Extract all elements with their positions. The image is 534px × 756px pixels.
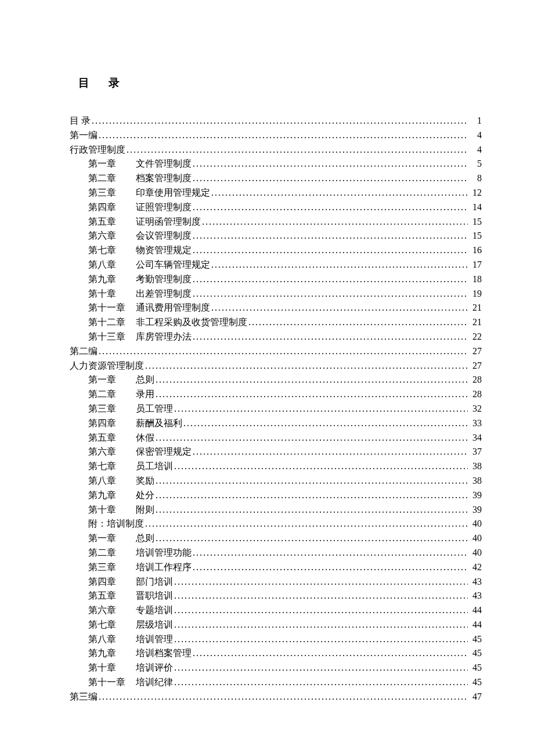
toc-chapter-label: 第十三章: [88, 330, 136, 344]
toc-entry-title: 目 录: [70, 114, 91, 128]
toc-entry-title: 总则: [136, 373, 154, 387]
toc-leader-dots: [174, 575, 468, 589]
toc-entry: 第一章文件管理制度5: [70, 157, 482, 171]
toc-entry-title: 库房管理办法: [136, 330, 192, 344]
toc-chapter-label: 第九章: [88, 272, 136, 287]
toc-entry-title: 档案管理制度: [136, 171, 192, 186]
toc-page-number: 45: [469, 675, 482, 690]
toc-entry-title: 第二编: [70, 344, 98, 359]
toc-entry-title: 专题培训: [136, 603, 173, 618]
toc-chapter-label: 第八章: [88, 258, 136, 272]
toc-page-number: 32: [469, 402, 482, 416]
toc-leader-dots: [202, 215, 468, 229]
toc-entry-title: 培训工作程序: [136, 560, 192, 575]
toc-entry-title: 奖励: [136, 474, 154, 488]
toc-chapter-label: 第六章: [88, 445, 136, 459]
toc-entry: 第一章总则28: [70, 373, 482, 387]
toc-leader-dots: [193, 330, 468, 344]
toc-leader-dots: [174, 661, 468, 675]
toc-chapter-label: 第五章: [88, 589, 136, 603]
toc-entry: 第二章档案管理制度8: [70, 171, 482, 186]
toc-chapter-label: 第七章: [88, 459, 136, 474]
toc-leader-dots: [193, 243, 468, 258]
toc-entry: 人力资源管理制度27: [70, 359, 482, 373]
toc-entry-title: 通讯费用管理制度: [136, 301, 210, 315]
toc-leader-dots: [156, 488, 468, 503]
toc-entry: 第九章 考勤管理制度18: [70, 272, 482, 287]
toc-leader-dots: [156, 373, 468, 387]
toc-leader-dots: [174, 603, 468, 618]
toc-chapter-label: 第九章: [88, 646, 136, 661]
toc-page-number: 43: [469, 575, 482, 589]
toc-page-number: 39: [469, 503, 482, 517]
toc-entry-title: 处分: [136, 488, 154, 503]
toc-leader-dots: [174, 675, 468, 690]
toc-chapter-label: 第六章: [88, 229, 136, 243]
toc-leader-dots: [174, 459, 468, 474]
toc-page-number: 27: [469, 344, 482, 359]
toc-chapter-label: 第三章: [88, 186, 136, 200]
table-of-contents: 目 录1第一编4行政管理制度4第一章文件管理制度5第二章档案管理制度8第三章印章…: [70, 114, 482, 704]
toc-entry-title: 录用: [136, 387, 154, 402]
toc-entry: 第五章休假34: [70, 431, 482, 445]
toc-entry: 第十一章 培训纪律45: [70, 675, 482, 690]
toc-chapter-label: 第二章: [88, 171, 136, 186]
toc-leader-dots: [92, 114, 468, 128]
toc-leader-dots: [156, 503, 468, 517]
toc-entry-title: 附：培训制度: [88, 517, 144, 531]
toc-entry: 第六章保密管理规定37: [70, 445, 482, 459]
toc-entry: 第七章层级培训44: [70, 618, 482, 632]
toc-chapter-label: 第七章: [88, 618, 136, 632]
toc-leader-dots: [127, 143, 468, 157]
toc-entry-title: 会议管理制度: [136, 229, 192, 243]
toc-page-number: 38: [469, 474, 482, 488]
toc-leader-dots: [174, 589, 468, 603]
toc-leader-dots: [174, 402, 468, 416]
toc-leader-dots: [193, 157, 468, 171]
toc-page-number: 4: [469, 128, 482, 143]
toc-entry-title: 印章使用管理规定: [136, 186, 210, 200]
document-page: 目 录 目 录1第一编4行政管理制度4第一章文件管理制度5第二章档案管理制度8第…: [0, 0, 534, 756]
toc-entry: 第四章证照管理制度14: [70, 200, 482, 215]
toc-chapter-label: 第一章: [88, 157, 136, 171]
toc-page-number: 45: [469, 632, 482, 647]
toc-leader-dots: [193, 445, 468, 459]
toc-leader-dots: [174, 632, 468, 647]
toc-page-number: 22: [469, 330, 482, 344]
toc-entry: 附：培训制度40: [70, 517, 482, 531]
toc-page-number: 15: [469, 215, 482, 229]
toc-entry: 第七章物资管理规定16: [70, 243, 482, 258]
toc-chapter-label: 第三章: [88, 560, 136, 575]
toc-leader-dots: [99, 128, 468, 143]
toc-entry: 第十章培训评价45: [70, 661, 482, 675]
toc-entry-title: 部门培训: [136, 575, 173, 589]
toc-chapter-label: 第七章: [88, 243, 136, 258]
toc-entry-title: 非工程采购及收货管理制度: [136, 315, 247, 330]
toc-page-number: 40: [469, 517, 482, 531]
toc-page-number: 14: [469, 200, 482, 215]
toc-page-number: 40: [469, 546, 482, 560]
toc-entry-title: 证明函管理制度: [136, 215, 201, 229]
toc-page-number: 21: [469, 301, 482, 315]
toc-page-number: 33: [469, 416, 482, 431]
toc-page-number: 1: [469, 114, 482, 128]
toc-leader-dots: [193, 229, 468, 243]
toc-page-number: 28: [469, 387, 482, 402]
toc-entry-title: 出差管理制度: [136, 287, 192, 301]
toc-entry: 第五章证明函管理制度15: [70, 215, 482, 229]
toc-entry-title: 附则: [136, 503, 154, 517]
toc-page-number: 15: [469, 229, 482, 243]
toc-chapter-label: 第六章: [88, 603, 136, 618]
toc-entry-title: 考勤管理制度: [136, 272, 192, 287]
toc-entry: 第九章处分39: [70, 488, 482, 503]
toc-chapter-label: 第九章: [88, 488, 136, 503]
toc-entry-title: 行政管理制度: [70, 143, 125, 157]
toc-entry-title: 培训档案管理: [136, 646, 192, 661]
toc-page-number: 42: [469, 560, 482, 575]
toc-page-number: 38: [469, 459, 482, 474]
toc-leader-dots: [193, 171, 468, 186]
toc-chapter-label: 第四章: [88, 200, 136, 215]
toc-chapter-label: 第四章: [88, 416, 136, 431]
toc-entry: 第十二章 非工程采购及收货管理制度21: [70, 315, 482, 330]
toc-leader-dots: [145, 359, 468, 373]
